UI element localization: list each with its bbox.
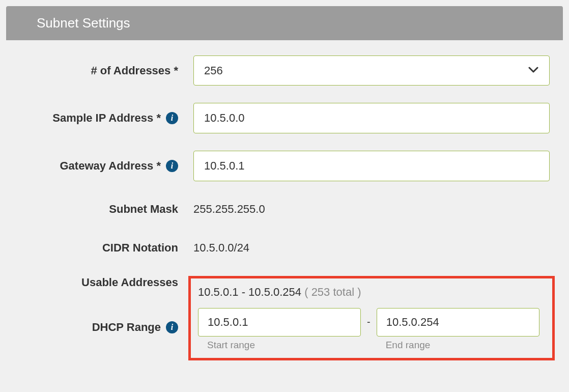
label-cidr-text: CIDR Notation bbox=[102, 241, 178, 255]
label-gateway: Gateway Address * i bbox=[10, 159, 193, 173]
row-sample-ip: Sample IP Address * i bbox=[10, 103, 559, 133]
value-addresses: 256 bbox=[193, 55, 559, 86]
row-cidr: CIDR Notation 10.5.0.0/24 bbox=[10, 237, 559, 259]
subnet-settings-panel: Subnet Settings # of Addresses * 256 S bbox=[0, 6, 569, 371]
dhcp-start-input[interactable] bbox=[198, 308, 361, 337]
dhcp-end-field: End range bbox=[377, 308, 539, 351]
dhcp-end-input[interactable] bbox=[377, 308, 539, 337]
value-gateway bbox=[193, 151, 559, 181]
highlighted-group: Usable Addresses DHCP Range i 10.5.0.1 -… bbox=[10, 276, 559, 360]
value-cidr: 10.5.0.0/24 bbox=[193, 237, 559, 259]
usable-total-text: ( 253 total ) bbox=[304, 286, 361, 298]
label-mask-text: Subnet Mask bbox=[109, 203, 178, 216]
panel-title: Subnet Settings bbox=[37, 15, 130, 31]
mask-value-text: 255.255.255.0 bbox=[193, 203, 265, 215]
label-cidr: CIDR Notation bbox=[10, 241, 193, 255]
dhcp-start-field: Start range bbox=[198, 308, 361, 351]
row-gateway: Gateway Address * i bbox=[10, 151, 559, 181]
info-icon[interactable]: i bbox=[166, 112, 178, 124]
dhcp-end-caption: End range bbox=[386, 340, 539, 351]
value-mask: 255.255.255.0 bbox=[193, 199, 559, 220]
info-icon[interactable]: i bbox=[166, 160, 178, 172]
row-mask: Subnet Mask 255.255.255.0 bbox=[10, 199, 559, 220]
label-usable-text: Usable Addresses bbox=[81, 276, 178, 289]
info-icon[interactable]: i bbox=[166, 321, 178, 333]
label-sample-ip-text: Sample IP Address * bbox=[52, 111, 161, 125]
dhcp-dash: - bbox=[367, 308, 371, 328]
cidr-value-text: 10.5.0.0/24 bbox=[193, 241, 249, 254]
addresses-select[interactable]: 256 bbox=[193, 55, 550, 86]
panel-header: Subnet Settings bbox=[6, 6, 563, 40]
label-usable: Usable Addresses bbox=[10, 276, 193, 289]
label-gateway-text: Gateway Address * bbox=[60, 159, 161, 173]
form-body: # of Addresses * 256 Sample IP Address *… bbox=[0, 40, 569, 371]
label-dhcp: DHCP Range i bbox=[10, 321, 193, 334]
value-sample-ip bbox=[193, 103, 559, 133]
row-addresses: # of Addresses * 256 bbox=[10, 55, 559, 86]
label-dhcp-text: DHCP Range bbox=[92, 321, 161, 334]
label-sample-ip: Sample IP Address * i bbox=[10, 111, 193, 125]
highlight-box: 10.5.0.1 - 10.5.0.254 ( 253 total ) Star… bbox=[188, 276, 555, 360]
addresses-select-wrap: 256 bbox=[193, 55, 550, 86]
label-addresses: # of Addresses * bbox=[10, 64, 193, 77]
usable-line: 10.5.0.1 - 10.5.0.254 ( 253 total ) bbox=[198, 286, 361, 299]
sample-ip-input[interactable] bbox=[193, 103, 550, 133]
gateway-input[interactable] bbox=[193, 151, 550, 181]
label-addresses-text: # of Addresses * bbox=[91, 64, 178, 77]
row-usable: 10.5.0.1 - 10.5.0.254 ( 253 total ) bbox=[198, 286, 545, 299]
labels-stack: Usable Addresses DHCP Range i bbox=[10, 276, 193, 350]
dhcp-range-wrap: Start range - End range bbox=[198, 308, 539, 351]
dhcp-start-caption: Start range bbox=[207, 340, 361, 351]
usable-range-text: 10.5.0.1 - 10.5.0.254 bbox=[198, 286, 301, 298]
row-dhcp: Start range - End range bbox=[198, 308, 545, 351]
label-mask: Subnet Mask bbox=[10, 203, 193, 216]
